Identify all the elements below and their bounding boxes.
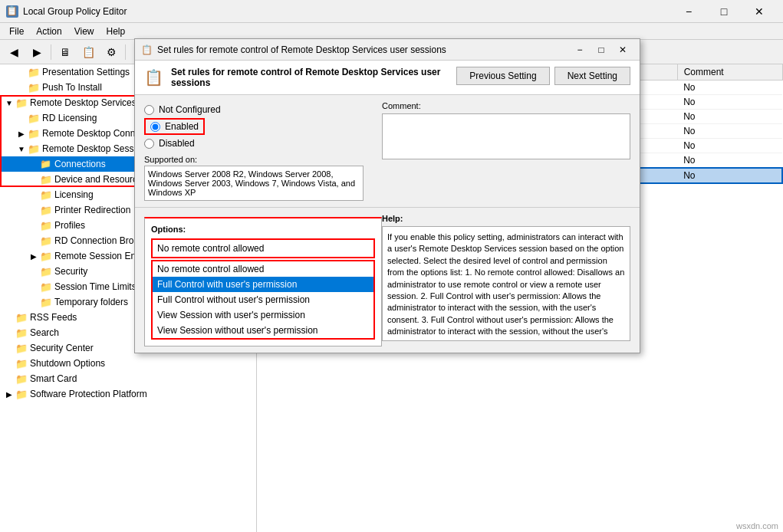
folder-icon: 📁 bbox=[15, 343, 28, 354]
dialog-close-button[interactable]: ✕ bbox=[612, 41, 633, 59]
tree-arrow-expand: ▼ bbox=[15, 145, 28, 153]
comment-textarea[interactable] bbox=[382, 113, 630, 159]
supported-label: Supported on: bbox=[144, 155, 364, 164]
tree-arrow: ▶ bbox=[15, 130, 28, 138]
enabled-label: Enabled bbox=[165, 121, 199, 132]
tree-item-shutdown[interactable]: 📁 Shutdown Options bbox=[0, 356, 256, 371]
dropdown-list-item-full-with[interactable]: Full Control with user's permission bbox=[153, 277, 373, 292]
next-setting-button[interactable]: Next Setting bbox=[554, 67, 630, 85]
radio-disabled[interactable] bbox=[144, 139, 154, 149]
dialog-title-text: Set rules for remote control of Remote D… bbox=[157, 44, 446, 55]
folder-icon: 📁 bbox=[28, 143, 40, 155]
dropdown-list-item-no-remote[interactable]: No remote control allowed bbox=[153, 261, 373, 277]
menu-help[interactable]: Help bbox=[100, 25, 132, 38]
tree-label: Temporary folders bbox=[54, 297, 128, 307]
tree-label: Licensing bbox=[54, 189, 94, 200]
folder-icon: 📁 bbox=[28, 113, 40, 124]
show-hide-button[interactable]: 🖥 bbox=[54, 42, 76, 62]
dialog-left-panel: Not Configured Enabled Disabled Supporte… bbox=[135, 95, 373, 207]
disabled-label: Disabled bbox=[159, 138, 195, 149]
tree-label: RSS Feeds bbox=[30, 312, 77, 323]
folder-icon: 📁 bbox=[40, 266, 52, 277]
tree-arrow-expand: ▶ bbox=[28, 252, 40, 261]
folder-icon: 📁 bbox=[15, 389, 28, 400]
menu-file[interactable]: File bbox=[3, 25, 30, 38]
folder-icon: 📁 bbox=[28, 82, 40, 94]
menu-view[interactable]: View bbox=[68, 25, 100, 38]
tree-item-software-protect[interactable]: ▶ 📁 Software Protection Platform bbox=[0, 386, 256, 402]
folder-icon: 📁 bbox=[40, 251, 52, 262]
toolbar-sep-1 bbox=[51, 44, 51, 60]
settings-button[interactable]: ⚙ bbox=[100, 42, 122, 62]
col-comment[interactable]: Comment bbox=[677, 64, 782, 80]
folder-icon: 📁 bbox=[40, 297, 52, 308]
help-box: If you enable this policy setting, admin… bbox=[382, 226, 630, 341]
title-bar: 📋 Local Group Policy Editor − □ ✕ bbox=[0, 0, 783, 23]
back-button[interactable]: ◀ bbox=[3, 42, 25, 62]
maximize-button[interactable]: □ bbox=[706, 0, 742, 23]
properties-button[interactable]: 📋 bbox=[77, 42, 99, 62]
folder-icon: 📁 bbox=[15, 312, 28, 323]
options-box: Options: No remote control allowed Full … bbox=[144, 217, 382, 346]
radio-enabled[interactable] bbox=[150, 122, 160, 132]
folder-icon: 📁 bbox=[40, 159, 52, 169]
folder-icon: 📁 bbox=[15, 327, 28, 339]
dialog-header: 📋 Set rules for remote control of Remote… bbox=[135, 61, 640, 95]
tree-label: Search bbox=[30, 327, 59, 338]
menu-bar: File Action View Help bbox=[0, 23, 783, 40]
menu-action[interactable]: Action bbox=[30, 25, 67, 38]
dialog-maximize-button[interactable]: □ bbox=[591, 41, 612, 59]
dialog-minimize-button[interactable]: − bbox=[569, 41, 591, 59]
window-controls: − □ ✕ bbox=[671, 0, 777, 23]
tree-arrow: ▶ bbox=[3, 390, 15, 399]
tree-label: RD Connection Broker bbox=[54, 235, 146, 246]
folder-icon: 📁 bbox=[40, 189, 52, 201]
radio-group: Not Configured Enabled Disabled bbox=[144, 104, 364, 149]
tree-arrow-expand: ▼ bbox=[3, 99, 15, 107]
folder-icon: 📁 bbox=[28, 128, 40, 140]
options-left: Options: No remote control allowed Full … bbox=[144, 214, 382, 346]
not-configured-label: Not Configured bbox=[159, 104, 221, 115]
options-section: Options: No remote control allowed Full … bbox=[135, 207, 640, 353]
options-dropdown[interactable]: No remote control allowed Full Control w… bbox=[151, 238, 375, 258]
dialog-title-bar: 📋 Set rules for remote control of Remote… bbox=[135, 39, 640, 61]
dropdown-list-item-full-without[interactable]: Full Control without user's permission bbox=[153, 292, 373, 307]
folder-icon: 📁 bbox=[40, 205, 52, 216]
tree-label: Smart Card bbox=[30, 373, 77, 384]
dialog-body: Not Configured Enabled Disabled Supporte… bbox=[135, 95, 640, 207]
folder-icon: 📁 bbox=[15, 373, 28, 385]
close-button[interactable]: ✕ bbox=[742, 0, 777, 23]
tree-label: Connections bbox=[54, 159, 106, 169]
options-right: Help: If you enable this policy setting,… bbox=[382, 214, 630, 346]
radio-not-configured-row: Not Configured bbox=[144, 104, 364, 115]
dialog-header-buttons: Previous Setting Next Setting bbox=[456, 67, 630, 85]
supported-section: Supported on: Windows Server 2008 R2, Wi… bbox=[144, 155, 364, 201]
options-dropdown-container: No remote control allowed Full Control w… bbox=[151, 238, 375, 258]
tree-label: Remote Desktop Services bbox=[30, 97, 137, 108]
toolbar-sep-2 bbox=[125, 44, 126, 60]
tree-item-smart-card[interactable]: 📁 Smart Card bbox=[0, 371, 256, 386]
dropdown-list-item-view-with[interactable]: View Session with user's permission bbox=[153, 307, 373, 323]
tree-label: RD Licensing bbox=[42, 113, 97, 123]
dialog-right-panel: Comment: bbox=[373, 95, 640, 207]
dialog-window: 📋 Set rules for remote control of Remote… bbox=[134, 38, 640, 353]
folder-icon: 📁 bbox=[15, 358, 28, 369]
help-title: Help: bbox=[382, 214, 630, 223]
folder-icon: 📁 bbox=[40, 174, 52, 186]
minimize-button[interactable]: − bbox=[671, 0, 706, 23]
tree-label: Presentation Settings bbox=[42, 67, 130, 77]
prev-setting-button[interactable]: Previous Setting bbox=[456, 67, 549, 85]
radio-enabled-row: Enabled bbox=[144, 118, 364, 135]
app-icon: 📋 bbox=[6, 5, 18, 18]
dropdown-list-item-view-without[interactable]: View Session without user's permission bbox=[153, 323, 373, 338]
tree-label: Profiles bbox=[54, 220, 85, 231]
forward-button[interactable]: ▶ bbox=[26, 42, 48, 62]
folder-icon: 📁 bbox=[40, 281, 52, 293]
dialog-header-icon: 📋 bbox=[144, 68, 163, 87]
folder-icon: 📁 bbox=[15, 97, 28, 109]
supported-text: Windows Server 2008 R2, Windows Server 2… bbox=[148, 169, 355, 197]
tree-label: Printer Redirection bbox=[54, 205, 130, 215]
dialog-header-text: Set rules for remote control of Remote D… bbox=[171, 67, 449, 88]
radio-not-configured[interactable] bbox=[144, 105, 154, 115]
dialog-window-controls: − □ ✕ bbox=[569, 41, 633, 59]
